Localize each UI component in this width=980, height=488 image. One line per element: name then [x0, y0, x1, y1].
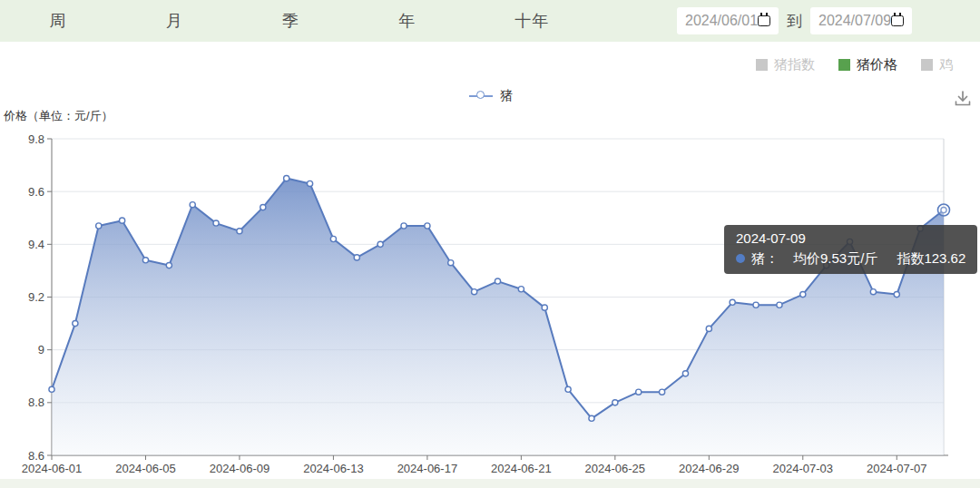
data-point-marker[interactable] [917, 226, 923, 231]
data-point-marker[interactable] [894, 291, 899, 297]
data-point-marker[interactable] [659, 389, 664, 395]
data-point-marker[interactable] [824, 263, 829, 268]
date-range: 2024/06/01 到 2024/07/09 [677, 0, 912, 42]
data-point-marker[interactable] [307, 181, 312, 186]
y-axis-label: 8.6 [28, 449, 44, 463]
data-point-marker[interactable] [73, 320, 78, 326]
data-point-marker[interactable] [636, 389, 642, 395]
data-point-marker[interactable] [401, 223, 407, 229]
x-axis-label: 2024-06-21 [491, 462, 552, 475]
period-toolbar: 周月季年十年 2024/06/01 到 2024/07/09 [0, 0, 980, 42]
legend-item-猪指数[interactable]: 猪指数 [756, 56, 815, 73]
area-fill [52, 179, 944, 455]
data-point-marker[interactable] [682, 371, 688, 376]
data-point-marker[interactable] [472, 289, 477, 295]
x-axis-label: 2024-06-29 [679, 462, 740, 475]
data-point-marker[interactable] [612, 400, 618, 405]
data-point-marker[interactable] [706, 326, 711, 331]
data-point-marker[interactable] [237, 229, 242, 234]
x-axis-label: 2024-07-03 [773, 462, 834, 475]
legend-item-鸡[interactable]: 鸡 [921, 56, 953, 73]
legend-line-circle-icon [469, 95, 493, 97]
x-axis-label: 2024-06-17 [397, 462, 458, 475]
data-point-marker[interactable] [142, 258, 148, 263]
data-point-marker[interactable] [213, 220, 219, 226]
calendar-icon[interactable] [891, 15, 904, 26]
y-axis-label: 8.8 [28, 395, 44, 409]
data-point-marker[interactable] [166, 263, 172, 268]
legend-item-label: 猪价格 [857, 56, 897, 73]
data-point-marker[interactable] [96, 223, 102, 229]
legend-swatch-icon [756, 59, 768, 71]
download-icon[interactable] [951, 87, 975, 111]
tab-年[interactable]: 年 [398, 10, 416, 32]
x-axis-label: 2024-06-09 [210, 462, 270, 475]
x-axis-label: 2024-06-13 [303, 462, 364, 475]
data-point-marker[interactable] [589, 415, 594, 421]
page-root: 周月季年十年 2024/06/01 到 2024/07/09 猪指数猪价格鸡 猪 [0, 0, 980, 488]
y-axis-label: 9.2 [28, 290, 44, 304]
bottom-strip [0, 479, 980, 488]
legend-item-label: 猪指数 [774, 56, 815, 73]
data-point-marker[interactable] [377, 241, 383, 247]
tab-月[interactable]: 月 [166, 10, 183, 32]
tab-周[interactable]: 周 [50, 10, 67, 32]
data-point-marker[interactable] [354, 255, 359, 260]
data-point-marker[interactable] [448, 260, 454, 266]
date-from-input[interactable]: 2024/06/01 [677, 7, 779, 34]
data-point-marker[interactable] [284, 176, 289, 181]
tab-bar: 周月季年十年 [0, 0, 599, 42]
data-point-marker[interactable] [777, 302, 782, 307]
calendar-icon[interactable] [758, 15, 770, 26]
tab-季[interactable]: 季 [282, 10, 299, 32]
data-point-marker[interactable] [870, 289, 876, 295]
data-point-marker[interactable] [847, 239, 852, 244]
data-point-marker[interactable] [190, 202, 195, 208]
data-point-marker[interactable] [495, 278, 500, 284]
data-point-marker[interactable] [260, 205, 266, 210]
x-axis-label: 2024-06-01 [22, 462, 83, 475]
data-point-marker[interactable] [730, 299, 735, 305]
y-axis-label: 9.6 [28, 185, 44, 199]
data-point-marker[interactable] [120, 218, 125, 223]
data-point-marker[interactable] [518, 287, 524, 292]
legend-item-猪价格[interactable]: 猪价格 [838, 56, 897, 73]
x-axis-label: 2024-06-25 [585, 462, 646, 475]
date-to-value: 2024/07/09 [818, 13, 891, 29]
data-point-marker[interactable] [330, 236, 336, 241]
data-point-marker[interactable] [800, 291, 806, 297]
date-range-to-label: 到 [787, 11, 802, 32]
data-point-marker[interactable] [425, 223, 430, 229]
data-point-marker[interactable] [542, 305, 547, 310]
legend-swatch-icon [921, 59, 933, 71]
chart-series-legend[interactable]: 猪 [469, 88, 513, 104]
x-axis-label: 2024-06-05 [115, 462, 176, 475]
legend-swatch-icon [838, 59, 850, 71]
price-line-chart[interactable]: 9.89.69.49.298.88.62024-06-012024-06-052… [0, 127, 980, 481]
tab-十年[interactable]: 十年 [514, 10, 549, 32]
legend-item-label: 鸡 [939, 56, 953, 73]
data-point-marker[interactable] [753, 302, 759, 307]
data-point-marker[interactable] [49, 386, 54, 392]
series-toggle-legend: 猪指数猪价格鸡 [756, 56, 953, 73]
y-axis-title: 价格（单位：元/斤） [4, 108, 113, 124]
date-from-value: 2024/06/01 [685, 13, 758, 29]
chart-series-legend-label: 猪 [500, 88, 513, 104]
hovered-point-marker[interactable] [938, 204, 950, 216]
y-axis-label: 9.4 [28, 238, 44, 251]
data-point-marker[interactable] [565, 386, 571, 392]
date-to-input[interactable]: 2024/07/09 [810, 7, 912, 34]
y-axis-label: 9.8 [28, 132, 44, 146]
x-axis-label: 2024-07-07 [867, 462, 927, 475]
y-axis-label: 9 [38, 343, 44, 356]
